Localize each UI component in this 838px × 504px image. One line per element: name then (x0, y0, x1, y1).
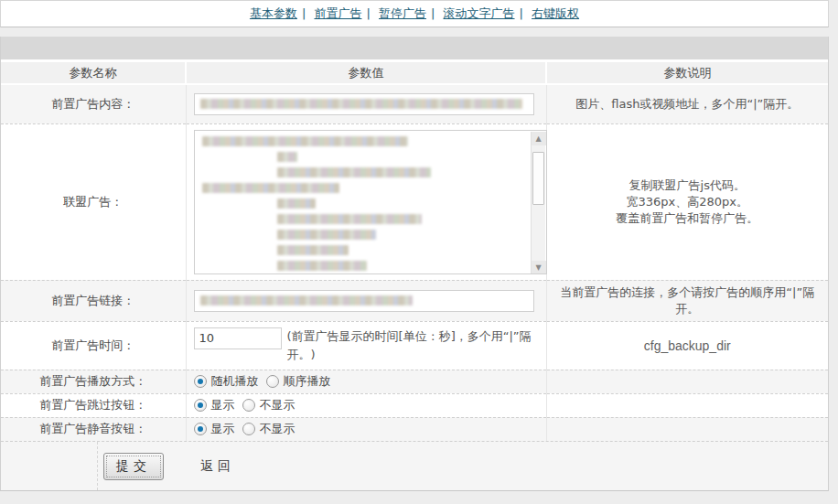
censored-text (202, 136, 408, 146)
back-link[interactable]: 返回 (200, 458, 235, 475)
footer-spacer (1, 442, 98, 490)
header-param-value: 参数值 (186, 62, 546, 84)
union-ad-textarea[interactable]: ▲ ▼ (194, 130, 547, 274)
settings-panel: 参数名称 参数值 参数说明 前置广告内容： 图片、flash或视频地址，多个用“… (0, 37, 829, 491)
row-label: 前置广告内容： (1, 84, 186, 123)
radio-label[interactable]: 不显示 (260, 421, 295, 437)
nav-separator: | (302, 6, 306, 20)
nav-link-basic-params[interactable]: 基本参数 (250, 6, 297, 20)
censored-text (277, 198, 316, 209)
preroll-link-input[interactable] (194, 290, 534, 312)
submit-button[interactable]: 提交 (103, 453, 164, 480)
nav-link-pause-ad[interactable]: 暂停广告 (379, 6, 426, 20)
nav-link-scroll-text-ad[interactable]: 滚动文字广告 (444, 6, 515, 20)
radio-label[interactable]: 不显示 (260, 397, 295, 413)
scrollbar-thumb[interactable] (532, 152, 544, 205)
row-label: 前置广告跳过按钮： (1, 393, 186, 417)
radio-sequential-play[interactable] (266, 375, 279, 388)
header-param-desc: 参数说明 (546, 62, 828, 84)
form-footer: 提交 返回 (1, 441, 828, 490)
radio-label[interactable]: 显示 (211, 421, 235, 437)
cfg-var-name: cfg_backup_dir (644, 338, 731, 353)
nav-link-rightclick-copyright[interactable]: 右键版权 (532, 6, 579, 20)
censored-text (277, 167, 431, 177)
top-nav: 基本参数| 前置广告| 暂停广告| 滚动文字广告| 右键版权 (0, 0, 829, 27)
row-preroll-time: 前置广告时间： (前置广告显示的时间[单位：秒]，多个用“|”隔开。) cfg_… (1, 321, 828, 370)
censored-text (277, 261, 367, 271)
row-description (546, 417, 828, 441)
textarea-scrollbar[interactable]: ▲ ▼ (531, 132, 545, 274)
row-skip-button: 前置广告跳过按钮： 显示 不显示 (1, 393, 828, 417)
union-desc-line1: 复制联盟广告js代码。 (556, 177, 820, 194)
union-desc-line3: 覆盖前置广告和暂停广告。 (556, 210, 820, 227)
radio-mute-show[interactable] (194, 423, 207, 435)
scroll-down-icon[interactable]: ▼ (532, 261, 546, 274)
censored-text (200, 99, 522, 109)
censored-text (202, 183, 339, 193)
radio-skip-show[interactable] (194, 399, 207, 412)
row-description: cfg_backup_dir (546, 321, 828, 370)
radio-skip-hide[interactable] (242, 399, 255, 412)
row-description: 复制联盟广告js代码。 宽336px、高280px。 覆盖前置广告和暂停广告。 (546, 123, 828, 280)
preroll-content-input[interactable] (194, 93, 534, 115)
row-label: 前置广告静音按钮： (1, 417, 186, 441)
row-label: 联盟广告： (1, 123, 186, 280)
radio-label[interactable]: 顺序播放 (284, 373, 331, 390)
radio-label[interactable]: 随机播放 (211, 373, 259, 390)
radio-label[interactable]: 显示 (211, 397, 235, 413)
row-description (546, 370, 828, 393)
censored-text (277, 230, 376, 240)
time-note: (前置广告显示的时间[单位：秒]，多个用“|”隔开。) (287, 327, 534, 364)
nav-separator: | (366, 6, 370, 20)
row-union-ad: 联盟广告： ▲ ▼ (1, 123, 828, 280)
nav-separator: | (520, 6, 523, 20)
censored-text (200, 295, 413, 306)
row-preroll-content: 前置广告内容： 图片、flash或视频地址，多个用“|”隔开。 (1, 84, 828, 123)
row-label: 前置广告链接： (1, 280, 186, 321)
radio-random-play[interactable] (194, 375, 207, 388)
page-gap (0, 27, 838, 37)
union-desc-line2: 宽336px、高280px。 (556, 194, 820, 210)
row-description: 当前置广告的连接，多个请按广告的顺序用“|”隔开。 (546, 280, 828, 321)
table-header-row: 参数名称 参数值 参数说明 (1, 62, 828, 84)
radio-mute-hide[interactable] (242, 423, 255, 435)
row-preroll-link: 前置广告链接： 当前置广告的连接，多个请按广告的顺序用“|”隔开。 (1, 280, 828, 321)
header-param-name: 参数名称 (1, 62, 186, 84)
row-description (546, 393, 828, 417)
row-label: 前置广告时间： (1, 321, 186, 370)
nav-separator: | (431, 6, 435, 20)
censored-text (277, 245, 349, 255)
panel-title-bar (1, 37, 828, 62)
censored-text (277, 214, 422, 224)
row-play-mode: 前置广告播放方式： 随机播放 顺序播放 (1, 370, 828, 393)
preroll-time-input[interactable] (194, 327, 282, 349)
scroll-up-icon[interactable]: ▲ (532, 132, 546, 145)
row-description: 图片、flash或视频地址，多个用“|”隔开。 (546, 84, 828, 123)
row-mute-button: 前置广告静音按钮： 显示 不显示 (1, 417, 828, 441)
censored-text (277, 152, 297, 162)
nav-link-preroll-ad[interactable]: 前置广告 (314, 6, 361, 20)
params-table: 参数名称 参数值 参数说明 前置广告内容： 图片、flash或视频地址，多个用“… (1, 62, 828, 441)
row-label: 前置广告播放方式： (1, 370, 186, 393)
